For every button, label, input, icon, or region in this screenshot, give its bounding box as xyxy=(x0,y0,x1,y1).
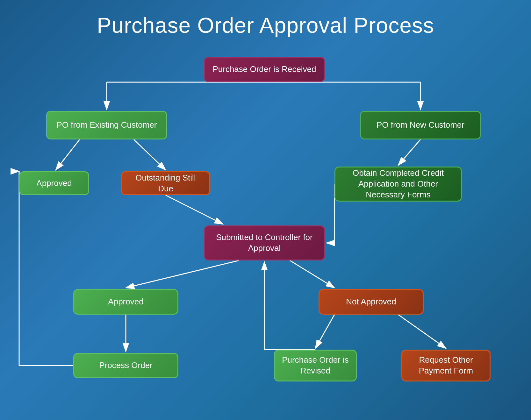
po-existing-node: PO from Existing Customer xyxy=(46,111,167,139)
approved-1-node: Approved xyxy=(19,171,89,195)
svg-line-8 xyxy=(166,195,223,224)
svg-line-12 xyxy=(126,260,239,288)
po-new-node: PO from New Customer xyxy=(360,111,481,139)
po-revised-node: Purchase Order is Revised xyxy=(274,350,357,381)
svg-line-18 xyxy=(315,315,334,348)
request-payment-node: Request Other Payment Form xyxy=(401,350,491,381)
outstanding-node: Outstanding Still Due xyxy=(121,171,210,195)
obtain-forms-node: Obtain Completed Credit Application and … xyxy=(334,167,462,202)
not-approved-node: Not Approved xyxy=(319,289,424,315)
submitted-node: Submitted to Controller for Approval xyxy=(204,225,325,260)
page-title: Purchase Order Approval Process xyxy=(0,0,531,47)
svg-line-7 xyxy=(398,139,420,165)
approved-2-node: Approved xyxy=(73,289,178,315)
svg-line-19 xyxy=(398,315,446,348)
svg-line-13 xyxy=(290,260,334,288)
svg-line-6 xyxy=(134,139,166,170)
svg-line-5 xyxy=(56,139,80,170)
process-order-node: Process Order xyxy=(73,353,178,378)
po-received-node: Purchase Order is Received xyxy=(204,57,325,82)
